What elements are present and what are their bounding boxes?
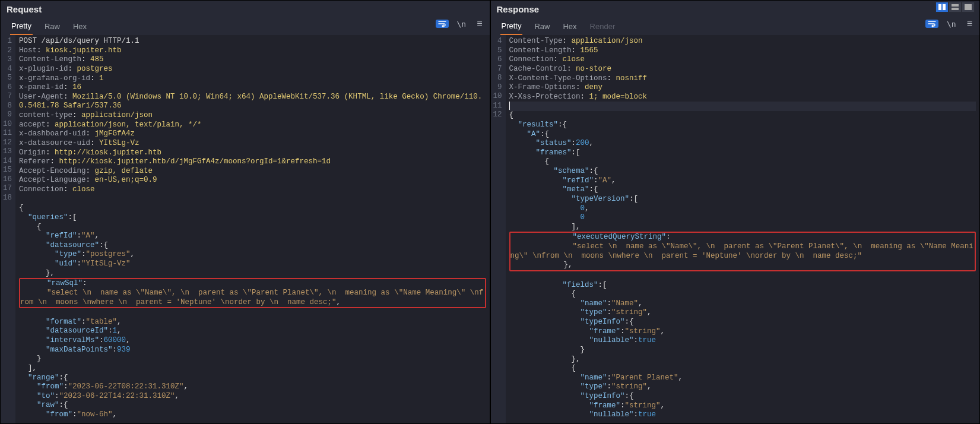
svg-rect-2: [952, 4, 959, 7]
wrap-lines-icon[interactable]: [925, 20, 938, 28]
layout-rows-icon[interactable]: [949, 2, 962, 12]
request-title: Request: [7, 4, 484, 17]
svg-rect-1: [943, 4, 946, 10]
tab-hex[interactable]: Hex: [562, 20, 578, 34]
response-title: Response: [497, 4, 974, 17]
tab-raw[interactable]: Raw: [533, 20, 551, 34]
tab-raw[interactable]: Raw: [43, 20, 61, 34]
response-tabs: Pretty Raw Hex Render: [497, 19, 974, 35]
response-code[interactable]: Content-Type: application/jsonContent-Le…: [506, 35, 979, 423]
svg-rect-3: [952, 8, 959, 10]
menu-icon[interactable]: ≡: [965, 17, 975, 30]
request-pane: Request Pretty Raw Hex \n ≡ 123456789101…: [0, 0, 490, 424]
response-editor[interactable]: 456789101112 Content-Type: application/j…: [491, 35, 980, 423]
tab-hex[interactable]: Hex: [72, 20, 88, 34]
request-code[interactable]: POST /api/ds/query HTTP/1.1Host: kiosk.j…: [15, 35, 489, 423]
layout-single-icon[interactable]: [962, 2, 975, 12]
request-gutter: 123456789101112131415161718: [1, 35, 15, 423]
show-newlines-icon[interactable]: \n: [944, 18, 959, 30]
response-header-icons: \n ≡: [925, 17, 975, 30]
tab-render[interactable]: Render: [589, 20, 617, 34]
svg-rect-4: [965, 4, 972, 10]
request-header-icons: \n ≡: [436, 17, 485, 30]
request-header: Request Pretty Raw Hex \n ≡: [1, 1, 490, 35]
response-gutter: 456789101112: [491, 35, 506, 423]
svg-rect-0: [938, 4, 941, 10]
menu-icon[interactable]: ≡: [474, 17, 484, 30]
response-pane: Response Pretty Raw Hex Render \n ≡ 4567…: [490, 0, 981, 424]
response-header: Response Pretty Raw Hex Render \n ≡: [491, 1, 980, 35]
tab-pretty[interactable]: Pretty: [500, 19, 523, 35]
show-newlines-icon[interactable]: \n: [455, 18, 469, 30]
request-editor[interactable]: 123456789101112131415161718 POST /api/ds…: [1, 35, 490, 423]
request-tabs: Pretty Raw Hex: [7, 19, 484, 35]
wrap-lines-icon[interactable]: [436, 20, 449, 28]
layout-columns-icon[interactable]: [935, 2, 949, 12]
tab-pretty[interactable]: Pretty: [10, 19, 33, 35]
layout-buttons: [935, 2, 975, 12]
